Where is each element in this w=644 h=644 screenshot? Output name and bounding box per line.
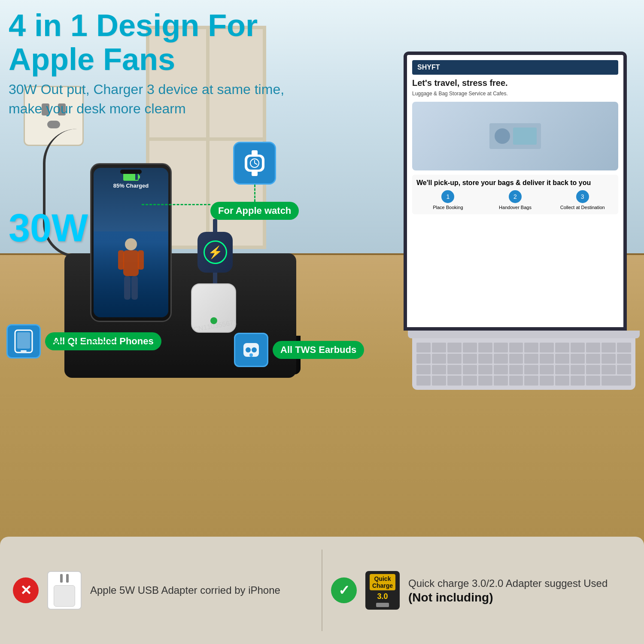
bottom-section: ✕ Apple 5W USB Adapter corried by iPhone… xyxy=(0,537,644,644)
window-frame xyxy=(146,26,266,249)
not-recommended-card: ✕ Apple 5W USB Adapter corried by iPhone xyxy=(13,545,313,635)
website-step3: Collect at Destination xyxy=(551,205,614,210)
laptop-keyboard xyxy=(412,338,635,390)
laptop-base xyxy=(408,331,640,338)
svg-point-1 xyxy=(495,128,510,144)
website-hero-image xyxy=(412,102,618,170)
x-mark-icon: ✕ xyxy=(13,577,39,603)
apple-adapter-image xyxy=(47,571,82,610)
recommended-card: ✓ QuickCharge 3.0 Quick charge 3.0/2.0 A… xyxy=(331,545,631,635)
website-headline: Let's travel, stress free. xyxy=(412,78,618,88)
laptop-screen: SHYFT Let's travel, stress free. Luggage… xyxy=(404,52,627,331)
not-recommended-text: Apple 5W USB Adapter corried by iPhone xyxy=(90,583,280,598)
svg-rect-2 xyxy=(513,128,537,145)
charging-cable xyxy=(43,129,129,258)
website-brand: SHYFT xyxy=(412,60,618,75)
section-divider xyxy=(322,550,322,631)
website-step2: Handover Bags xyxy=(484,205,547,210)
website-pickup: We'll pick-up, store your bags & deliver… xyxy=(416,179,614,187)
website-section2: We'll pick-up, store your bags & deliver… xyxy=(412,175,618,214)
qc-adapter-image: QuickCharge 3.0 xyxy=(365,571,400,610)
recommended-text: Quick charge 3.0/2.0 Adapter suggest Use… xyxy=(408,576,608,591)
laptop: SHYFT Let's travel, stress free. Luggage… xyxy=(404,52,644,386)
website-tagline: Luggage & Bag Storage Service at Cafes. xyxy=(412,91,618,97)
not-including-text: (Not including) xyxy=(408,591,608,605)
website-step1: Place Booking xyxy=(416,205,480,210)
check-mark-icon: ✓ xyxy=(331,577,357,603)
